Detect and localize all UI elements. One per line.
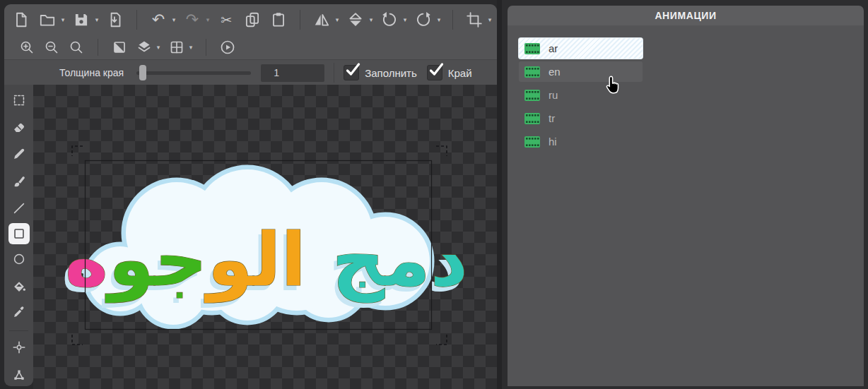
open-file-button[interactable] xyxy=(36,8,59,31)
crop-icon xyxy=(465,11,483,29)
zoom-out-button[interactable] xyxy=(42,37,61,57)
grid-button[interactable] xyxy=(167,37,187,57)
animation-item-label: ar xyxy=(549,42,558,54)
panel-divider xyxy=(497,0,502,389)
slider-track[interactable] xyxy=(136,71,251,75)
film-icon xyxy=(524,90,540,101)
ellipse-icon xyxy=(11,251,27,267)
new-file-icon xyxy=(12,11,30,29)
film-icon xyxy=(524,136,540,148)
tool-fill[interactable] xyxy=(8,276,30,297)
selection-corner-bottom-right[interactable] xyxy=(436,335,447,345)
tool-move[interactable] xyxy=(8,337,30,358)
scissors-icon: ✂ xyxy=(221,13,232,27)
toolbar-separator xyxy=(452,10,453,30)
flip-horizontal-dropdown-caret[interactable]: ▾ xyxy=(334,17,341,23)
tool-rectangle[interactable] xyxy=(8,223,30,244)
tools-sidebar xyxy=(4,85,33,386)
nodes-icon xyxy=(11,368,27,383)
redo-dropdown-caret[interactable]: ▾ xyxy=(204,17,211,23)
brush-icon xyxy=(11,174,27,189)
rectangle-icon xyxy=(11,226,27,241)
zoom-out-icon xyxy=(43,39,60,56)
edge-checkbox-label[interactable]: Край xyxy=(448,67,472,79)
magnifier-icon xyxy=(68,39,85,56)
tool-line[interactable] xyxy=(8,198,30,219)
undo-button[interactable]: ↶ xyxy=(147,8,170,31)
play-icon xyxy=(219,39,236,56)
tool-select[interactable] xyxy=(8,90,30,111)
flip-vertical-icon xyxy=(346,11,365,29)
paste-button[interactable] xyxy=(267,8,290,31)
save-button[interactable] xyxy=(70,8,93,31)
crop-button[interactable] xyxy=(463,8,486,31)
toolbar-row-view: ▾ ▾ xyxy=(4,35,497,59)
toolbar-row-main: ▾ ▾ ↶ ▾ ↷ xyxy=(4,4,497,35)
edge-thickness-label: Толщина края xyxy=(59,67,124,78)
edge-checkbox[interactable] xyxy=(427,65,442,80)
animation-item-ru[interactable]: ru xyxy=(519,85,643,105)
rotate-counterclockwise-icon xyxy=(380,11,399,29)
animation-item-ar[interactable]: ar xyxy=(519,38,643,59)
open-file-dropdown-caret[interactable]: ▾ xyxy=(59,17,66,23)
rotate-cw-dropdown-caret[interactable]: ▾ xyxy=(435,17,442,23)
rotate-ccw-dropdown-caret[interactable]: ▾ xyxy=(401,17,409,23)
edge-thickness-slider[interactable] xyxy=(136,66,251,80)
animation-item-hi[interactable]: hi xyxy=(519,131,643,152)
copy-button[interactable] xyxy=(241,8,264,31)
copy-icon xyxy=(243,11,262,29)
fill-checkbox[interactable] xyxy=(344,65,359,80)
fill-checkbox-label[interactable]: Заполнить xyxy=(365,67,417,79)
animations-list: ar en ru xyxy=(508,25,864,386)
import-image-button[interactable] xyxy=(104,8,127,31)
drawing-canvas[interactable]: دمج الوجوه دمج الوجوه xyxy=(33,85,497,389)
tool-eyedropper[interactable] xyxy=(8,301,30,323)
tool-pencil[interactable] xyxy=(8,143,30,164)
selection-corner-top-right[interactable] xyxy=(436,146,447,156)
layers-dropdown-caret[interactable]: ▾ xyxy=(155,44,162,51)
selection-corner-bottom-left[interactable] xyxy=(72,335,83,345)
animations-panel-title: АНИМАЦИИ xyxy=(655,10,716,21)
flip-horizontal-button[interactable] xyxy=(310,8,333,31)
tool-brush[interactable] xyxy=(8,171,30,192)
fill-bucket-icon xyxy=(11,279,27,294)
slider-handle[interactable] xyxy=(139,65,146,80)
invert-colors-button[interactable] xyxy=(110,37,129,57)
film-icon xyxy=(524,113,540,124)
selection-corner-top-left[interactable] xyxy=(72,146,83,156)
redo-button[interactable]: ↷ xyxy=(181,8,204,31)
crop-dropdown-caret[interactable]: ▾ xyxy=(486,17,493,23)
import-image-icon xyxy=(106,11,124,29)
tool-eraser[interactable] xyxy=(8,116,30,138)
animation-item-en[interactable]: en xyxy=(519,61,643,82)
film-icon xyxy=(524,43,540,54)
rotate-clockwise-button[interactable] xyxy=(412,8,435,31)
grid-dropdown-caret[interactable]: ▾ xyxy=(187,44,194,51)
toolbar-row-options: Толщина края Заполнить Край xyxy=(4,59,497,85)
flip-vertical-button[interactable] xyxy=(344,8,367,31)
save-dropdown-caret[interactable]: ▾ xyxy=(93,17,100,23)
save-icon xyxy=(72,11,90,29)
animations-panel-header: АНИМАЦИИ xyxy=(508,6,864,25)
zoom-in-button[interactable] xyxy=(17,37,37,57)
rotate-counterclockwise-button[interactable] xyxy=(378,8,401,31)
invert-colors-icon xyxy=(111,39,128,56)
open-folder-icon xyxy=(38,11,57,29)
undo-icon: ↶ xyxy=(152,12,165,28)
tool-ellipse[interactable] xyxy=(8,249,30,270)
new-file-button[interactable] xyxy=(10,8,33,31)
toolbar-separator xyxy=(334,63,334,83)
animations-panel: АНИМАЦИИ ar en xyxy=(502,0,868,389)
zoom-in-icon xyxy=(18,39,35,56)
tool-nodes[interactable] xyxy=(8,365,30,386)
cut-button[interactable]: ✂ xyxy=(215,8,237,31)
undo-dropdown-caret[interactable]: ▾ xyxy=(170,17,177,23)
flip-vertical-dropdown-caret[interactable]: ▾ xyxy=(368,17,375,23)
edge-thickness-input[interactable] xyxy=(261,64,324,82)
layers-button[interactable] xyxy=(134,37,154,57)
film-icon xyxy=(524,66,540,78)
zoom-fit-button[interactable] xyxy=(66,37,86,57)
play-button[interactable] xyxy=(218,37,237,57)
move-target-icon xyxy=(11,340,27,355)
animation-item-tr[interactable]: tr xyxy=(519,108,643,128)
